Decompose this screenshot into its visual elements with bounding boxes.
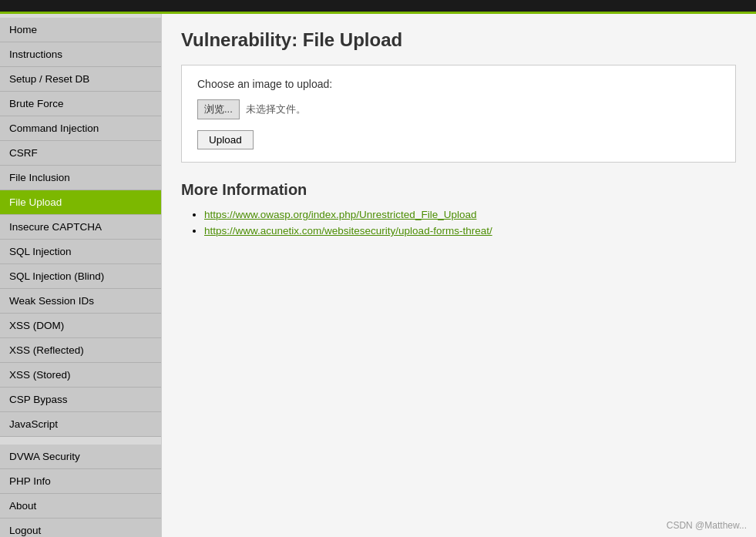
sidebar-item-sql-injection-blind[interactable]: SQL Injection (Blind) [0, 264, 161, 289]
sidebar-item-setup-reset-db[interactable]: Setup / Reset DB [0, 67, 161, 92]
sidebar-item-xss-dom[interactable]: XSS (DOM) [0, 314, 161, 338]
sidebar-item-dvwa-security[interactable]: DVWA Security [0, 445, 161, 469]
upload-box: Choose an image to upload: 浏览... 未选择文件。 … [181, 65, 736, 163]
sidebar-item-command-injection[interactable]: Command Injection [0, 116, 161, 141]
sidebar-item-file-inclusion[interactable]: File Inclusion [0, 166, 161, 190]
sidebar-item-logout[interactable]: Logout [0, 519, 161, 537]
top-bar [0, 0, 756, 14]
more-info-list: https://www.owasp.org/index.php/Unrestri… [181, 208, 737, 237]
browse-button[interactable]: 浏览... [197, 99, 240, 119]
sidebar-item-sql-injection[interactable]: SQL Injection [0, 240, 161, 264]
main-content: Vulnerability: File Upload Choose an ima… [162, 14, 756, 537]
list-item: https://www.acunetix.com/websitesecurity… [204, 224, 737, 237]
sidebar-item-javascript[interactable]: JavaScript [0, 412, 161, 437]
sidebar-item-about[interactable]: About [0, 494, 161, 519]
list-item: https://www.owasp.org/index.php/Unrestri… [204, 208, 737, 220]
file-name-text: 未选择文件。 [246, 102, 306, 116]
sidebar-item-csp-bypass[interactable]: CSP Bypass [0, 388, 161, 412]
sidebar-item-weak-session-ids[interactable]: Weak Session IDs [0, 289, 161, 314]
sidebar-item-brute-force[interactable]: Brute Force [0, 92, 161, 116]
sidebar-item-php-info[interactable]: PHP Info [0, 469, 161, 494]
sidebar: HomeInstructionsSetup / Reset DBBrute Fo… [0, 14, 162, 537]
more-info-link[interactable]: https://www.owasp.org/index.php/Unrestri… [204, 209, 476, 220]
sidebar-item-file-upload[interactable]: File Upload [0, 190, 161, 215]
file-input-row: 浏览... 未选择文件。 [197, 99, 720, 119]
sidebar-item-xss-stored[interactable]: XSS (Stored) [0, 363, 161, 388]
more-info-title: More Information [181, 181, 737, 199]
layout: HomeInstructionsSetup / Reset DBBrute Fo… [0, 14, 756, 537]
page-title: Vulnerability: File Upload [181, 29, 737, 51]
sidebar-item-home[interactable]: Home [0, 18, 161, 42]
sidebar-item-instructions[interactable]: Instructions [0, 42, 161, 67]
upload-button[interactable]: Upload [197, 130, 254, 149]
more-info-link[interactable]: https://www.acunetix.com/websitesecurity… [204, 225, 492, 237]
sidebar-item-csrf[interactable]: CSRF [0, 141, 161, 166]
upload-label: Choose an image to upload: [197, 78, 720, 90]
watermark: CSDN @Matthew... [667, 520, 747, 531]
sidebar-item-insecure-captcha[interactable]: Insecure CAPTCHA [0, 215, 161, 240]
sidebar-item-xss-reflected[interactable]: XSS (Reflected) [0, 338, 161, 363]
sidebar-separator [0, 437, 161, 445]
